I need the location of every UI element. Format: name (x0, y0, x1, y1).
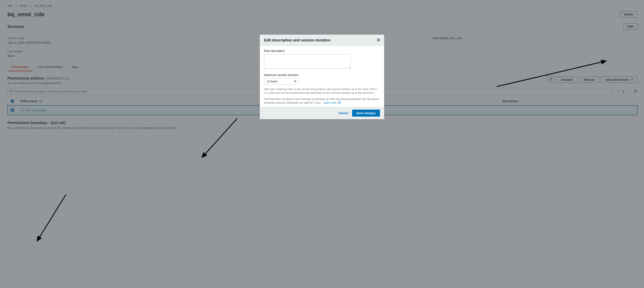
modal-header: Edit description and session duration (260, 35, 384, 46)
cancel-button[interactable]: Cancel (338, 110, 348, 117)
modal-footer: Cancel Save changes (260, 107, 384, 119)
modal-close-button[interactable] (377, 38, 380, 42)
close-icon (377, 39, 380, 42)
modal-title: Edit description and session duration (264, 38, 330, 42)
session-help-text-1: IAM users switching roles in the console… (264, 87, 380, 95)
role-description-label: Role description (264, 49, 380, 52)
session-help-text-2: This field does not apply to role chaini… (264, 97, 380, 105)
modal-backdrop[interactable]: Edit description and session duration Ro… (0, 0, 644, 288)
modal-body: Role description Maximum session duratio… (260, 46, 384, 107)
learn-more-link[interactable]: Learn more (322, 101, 341, 104)
save-button[interactable]: Save changes (352, 110, 380, 117)
max-session-select[interactable]: 12 hours (264, 78, 299, 84)
edit-session-modal: Edit description and session duration Ro… (260, 35, 384, 119)
max-session-label: Maximum session duration (264, 73, 380, 77)
max-session-value: 12 hours (266, 80, 278, 83)
external-link-icon (338, 101, 341, 104)
role-description-input[interactable] (264, 54, 351, 69)
caret-down-icon (294, 80, 296, 82)
